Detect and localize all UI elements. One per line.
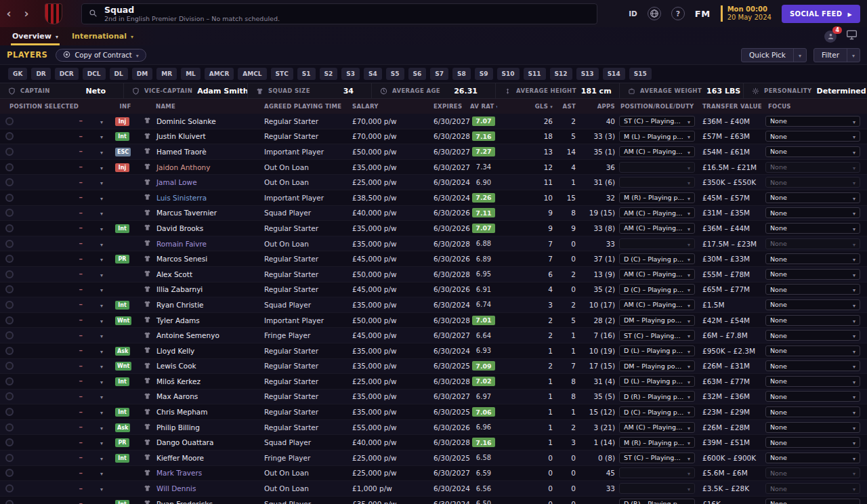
row-select-circle[interactable] xyxy=(5,408,14,416)
position-selected-dropdown[interactable] xyxy=(19,163,111,171)
position-role-duty-dropdown[interactable]: ST (C) – Playing… xyxy=(619,116,695,127)
position-selected-dropdown[interactable] xyxy=(19,469,111,478)
position-filter-dr[interactable]: DR xyxy=(31,68,50,80)
focus-dropdown[interactable]: None xyxy=(765,223,860,234)
position-filter-mr[interactable]: MR xyxy=(156,68,177,80)
position-role-duty-dropdown[interactable]: DM – Playing po… xyxy=(619,360,695,371)
position-filter-s8[interactable]: S8 xyxy=(452,68,471,80)
row-select-circle[interactable] xyxy=(5,347,14,355)
position-role-duty-dropdown[interactable]: D (C) – Playing p… xyxy=(619,284,695,295)
focus-dropdown[interactable]: None xyxy=(765,269,860,280)
position-filter-s13[interactable]: S13 xyxy=(576,68,599,80)
tab-international[interactable]: International xyxy=(65,28,140,45)
position-selected-dropdown[interactable] xyxy=(19,193,111,202)
position-filter-s14[interactable]: S14 xyxy=(603,68,625,80)
player-name[interactable]: Jaidon Anthony xyxy=(156,163,210,171)
focus-dropdown[interactable]: None xyxy=(765,453,860,463)
row-select-circle[interactable] xyxy=(5,469,14,477)
position-role-duty-dropdown[interactable]: D (R) – Playing p… xyxy=(619,499,695,504)
row-select-circle[interactable] xyxy=(5,362,14,370)
position-selected-dropdown[interactable] xyxy=(19,377,111,385)
col-name[interactable]: NAME xyxy=(140,103,260,110)
position-selected-dropdown[interactable] xyxy=(19,438,111,447)
position-role-duty-dropdown[interactable]: D (L) – Playing p… xyxy=(619,376,695,387)
position-filter-s11[interactable]: S11 xyxy=(524,68,546,80)
row-select-circle[interactable] xyxy=(5,500,14,504)
col-agreed-playing-time[interactable]: AGREED PLAYING TIME xyxy=(260,103,348,110)
player-name[interactable]: Illia Zabarnyi xyxy=(156,285,203,293)
row-select-circle[interactable] xyxy=(5,270,14,278)
position-filter-s4[interactable]: S4 xyxy=(364,68,382,80)
col-ast[interactable]: AST xyxy=(555,103,578,110)
position-selected-dropdown[interactable] xyxy=(19,147,111,156)
position-selected-dropdown[interactable] xyxy=(19,255,111,264)
position-role-duty-dropdown[interactable]: AM (C) – Playing… xyxy=(619,269,695,280)
position-filter-s12[interactable]: S12 xyxy=(550,68,572,80)
position-role-duty-dropdown[interactable]: M (R) – Playing p… xyxy=(619,437,695,448)
focus-dropdown[interactable]: None xyxy=(765,253,860,264)
focus-dropdown[interactable]: None xyxy=(765,116,860,127)
filter-button[interactable]: Filter xyxy=(813,48,860,62)
row-select-circle[interactable] xyxy=(5,209,14,217)
position-role-duty-dropdown[interactable]: D (C) – Playing p… xyxy=(619,253,695,264)
position-role-duty-dropdown[interactable]: M (R) – Playing p… xyxy=(619,192,695,203)
position-filter-s1[interactable]: S1 xyxy=(297,68,316,80)
position-filter-s9[interactable]: S9 xyxy=(475,68,493,80)
col-apps[interactable]: APPS xyxy=(578,103,618,110)
position-filter-s15[interactable]: S15 xyxy=(629,68,652,80)
position-role-duty-dropdown[interactable]: DM – Playing po… xyxy=(619,315,695,326)
row-select-circle[interactable] xyxy=(5,117,14,125)
row-select-circle[interactable] xyxy=(5,148,14,156)
player-name[interactable]: Marcus Tavernier xyxy=(156,209,217,217)
position-selected-dropdown[interactable] xyxy=(19,362,111,371)
position-filter-s6[interactable]: S6 xyxy=(408,68,427,80)
row-select-circle[interactable] xyxy=(5,377,14,385)
position-selected-dropdown[interactable] xyxy=(19,224,111,232)
col-gls[interactable]: GLS xyxy=(497,103,555,110)
position-filter-s10[interactable]: S10 xyxy=(497,68,520,80)
col-transfer-value[interactable]: TRANSFER VALUE xyxy=(699,103,763,110)
focus-dropdown[interactable]: None xyxy=(765,131,860,142)
position-filter-s5[interactable]: S5 xyxy=(386,68,404,80)
focus-dropdown[interactable]: None xyxy=(765,192,860,203)
position-role-duty-dropdown[interactable]: D (C) – Playing p… xyxy=(619,406,695,417)
focus-dropdown[interactable]: None xyxy=(765,376,860,387)
position-role-duty-dropdown[interactable]: ST (C) – Playing… xyxy=(619,453,695,463)
row-select-circle[interactable] xyxy=(5,454,14,462)
forward-button[interactable]: › xyxy=(18,0,35,27)
row-select-circle[interactable] xyxy=(5,132,14,140)
position-selected-dropdown[interactable] xyxy=(19,392,111,401)
row-select-circle[interactable] xyxy=(5,285,14,293)
focus-dropdown[interactable]: None xyxy=(765,422,860,433)
position-filter-s3[interactable]: S3 xyxy=(341,68,360,80)
focus-dropdown[interactable]: None xyxy=(765,345,860,356)
position-selected-dropdown[interactable] xyxy=(19,453,111,462)
player-name[interactable]: Max Aarons xyxy=(156,392,198,400)
focus-dropdown[interactable]: None xyxy=(765,391,860,402)
position-role-duty-dropdown[interactable]: AM (C) – Playing… xyxy=(619,223,695,234)
view-selector[interactable]: Copy of Contract xyxy=(56,49,146,62)
row-select-circle[interactable] xyxy=(5,392,14,400)
player-name[interactable]: Romain Faivre xyxy=(156,240,207,248)
position-selected-dropdown[interactable] xyxy=(19,239,111,248)
player-name[interactable]: Ryan Fredericks xyxy=(156,500,213,504)
row-select-circle[interactable] xyxy=(5,163,14,171)
col-position-role-duty[interactable]: POSITION/ROLE/DUTY xyxy=(618,103,699,110)
world-icon[interactable] xyxy=(648,7,661,20)
row-select-circle[interactable] xyxy=(5,438,14,446)
position-filter-dm[interactable]: DM xyxy=(132,68,152,80)
col-inf[interactable]: INF xyxy=(111,103,140,110)
position-selected-dropdown[interactable] xyxy=(19,285,111,294)
row-select-circle[interactable] xyxy=(5,331,14,339)
row-select-circle[interactable] xyxy=(5,194,14,202)
id-button[interactable]: ID xyxy=(629,9,637,18)
position-selected-dropdown[interactable] xyxy=(19,316,111,324)
position-filter-s2[interactable]: S2 xyxy=(320,68,338,80)
player-name[interactable]: Lewis Cook xyxy=(156,362,196,370)
row-select-circle[interactable] xyxy=(5,224,14,232)
focus-dropdown[interactable]: None xyxy=(765,437,860,448)
player-name[interactable]: Justin Kluivert xyxy=(156,132,206,140)
focus-dropdown[interactable]: None xyxy=(765,284,860,295)
player-name[interactable]: Alex Scott xyxy=(156,270,192,278)
club-crest[interactable] xyxy=(45,3,62,24)
